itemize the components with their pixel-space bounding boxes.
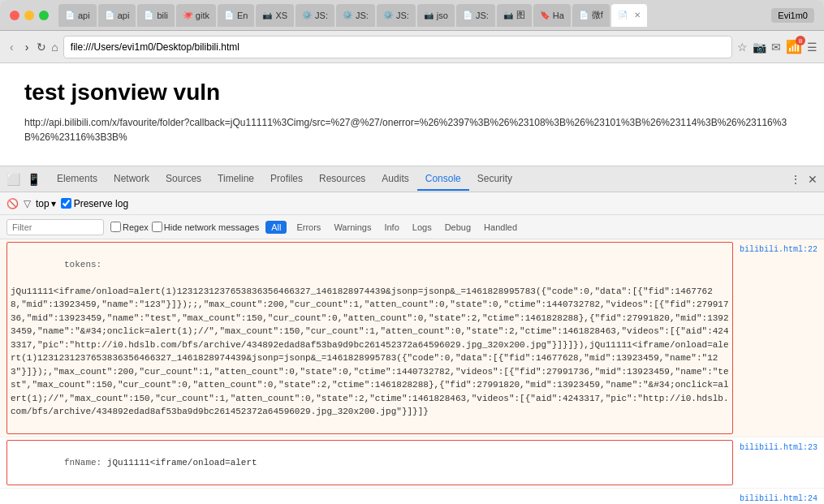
minimize-button[interactable] <box>24 11 34 20</box>
browser-tab-js2[interactable]: ⚙️JS: <box>336 4 375 27</box>
inspect-icon[interactable]: ⬜ <box>5 171 22 187</box>
menu-icon[interactable]: ☰ <box>807 41 818 54</box>
level-info-button[interactable]: Info <box>381 221 402 234</box>
level-warnings-button[interactable]: Warnings <box>330 221 374 234</box>
tokens-label: tokens: <box>64 260 101 269</box>
mobile-icon[interactable]: 📱 <box>25 171 42 187</box>
tabs-bar: 📄api 📄api 📄bili 🐙gitk 📄En 📷XS ⚙️JS: ⚙️JS… <box>58 4 771 27</box>
console-toolbar: 🚫 ▽ top ▾ Preserve log <box>0 192 824 215</box>
forward-button[interactable]: › <box>22 39 32 55</box>
browser-tab-jso[interactable]: 📷jso <box>417 4 455 27</box>
back-button[interactable]: ‹ <box>6 39 17 55</box>
preserve-log-text: Preserve log <box>74 198 128 209</box>
level-debug-button[interactable]: Debug <box>442 221 474 234</box>
rss-icon[interactable]: 📶 8 <box>786 39 802 54</box>
home-button[interactable]: ⌂ <box>51 41 58 54</box>
chevron-down-icon: ▾ <box>51 198 56 209</box>
browser-tab-js4[interactable]: 📄JS: <box>456 4 495 27</box>
console-context-dropdown[interactable]: top ▾ <box>36 198 56 209</box>
preserve-log-checkbox[interactable] <box>61 198 71 209</box>
console-entry-tokens-content: tokens: jQu11111<iframe/onload=alert(1)1… <box>6 242 733 434</box>
page-url: http://api.bilibili.com/x/favourite/fold… <box>24 115 800 144</box>
fnname-value: jQu11111<iframe/onload=alert <box>107 458 257 467</box>
mail-icon[interactable]: ✉ <box>771 41 781 54</box>
page-content: test jsonview vuln http://api.bilibili.c… <box>0 63 824 166</box>
browser-tab-js3[interactable]: ⚙️JS: <box>377 4 416 27</box>
browser-tab-img[interactable]: 📷图 <box>497 4 532 27</box>
maximize-button[interactable] <box>39 11 49 20</box>
regex-label: Regex <box>123 222 149 232</box>
devtools-tabs: ⬜ 📱 Elements Network Sources Timeline Pr… <box>0 166 824 192</box>
regex-checkbox[interactable] <box>110 222 121 232</box>
devtools-panel: ⬜ 📱 Elements Network Sources Timeline Pr… <box>0 166 824 504</box>
level-logs-button[interactable]: Logs <box>409 221 435 234</box>
browser-tab-en[interactable]: 📄En <box>218 4 254 27</box>
tab-profiles[interactable]: Profiles <box>262 168 311 191</box>
filter-options: Regex Hide network messages <box>110 222 259 232</box>
tab-security[interactable]: Security <box>469 168 520 191</box>
console-entry-tokens: tokens: jQu11111<iframe/onload=alert(1)1… <box>0 239 824 437</box>
console-clear-icon[interactable]: 🚫 <box>6 198 19 209</box>
traffic-lights <box>10 11 49 20</box>
browser-tab-api1[interactable]: 📄api <box>58 4 97 27</box>
console-entry-text: text : 1)1231231237653836356466327_14618… <box>0 489 824 505</box>
devtools-icons: ⬜ 📱 <box>5 171 42 187</box>
console-entry-fnname-source[interactable]: bilibili.html:23 <box>740 440 818 454</box>
tab-network[interactable]: Network <box>106 168 157 191</box>
tab-resources[interactable]: Resources <box>311 168 373 191</box>
tab-elements[interactable]: Elements <box>49 168 106 191</box>
hide-network-option[interactable]: Hide network messages <box>152 222 259 232</box>
console-context-label: top <box>36 198 50 209</box>
tokens-value: jQu11111<iframe/onload=alert(1)123123123… <box>11 286 729 417</box>
level-errors-button[interactable]: Errors <box>293 221 324 234</box>
browser-tab-weibo[interactable]: 📄微f <box>572 4 610 27</box>
address-icons: ☆ 📷 ✉ 📶 8 ☰ <box>737 39 818 54</box>
user-button[interactable]: Evi1m0 <box>771 8 814 23</box>
console-filter-icon[interactable]: ▽ <box>24 198 31 209</box>
rss-badge: 8 <box>796 36 805 45</box>
reload-button[interactable]: ↻ <box>37 41 46 54</box>
tab-console[interactable]: Console <box>417 168 469 191</box>
browser-tab-xs[interactable]: 📷XS <box>256 4 294 27</box>
bookmark-icon[interactable]: ☆ <box>737 41 748 54</box>
browser-tab-bili[interactable]: 📄bili <box>137 4 174 27</box>
browser-tab-js1[interactable]: ⚙️JS: <box>296 4 334 27</box>
hide-network-checkbox[interactable] <box>152 222 162 232</box>
address-bar: ‹ › ↻ ⌂ ☆ 📷 ✉ 📶 8 ☰ <box>0 31 824 63</box>
level-all-button[interactable]: All <box>265 221 287 234</box>
browser-tab-api2[interactable]: 📄api <box>98 4 136 27</box>
browser-tab-github[interactable]: 🐙gitk <box>176 4 216 27</box>
browser-tab-active[interactable]: 📄✕ <box>611 4 647 27</box>
fnname-label: fnName: <box>64 458 107 467</box>
browser-tab-ha[interactable]: 🔖Ha <box>533 4 571 27</box>
tab-sources[interactable]: Sources <box>157 168 209 191</box>
tab-audits[interactable]: Audits <box>373 168 416 191</box>
level-handled-button[interactable]: Handled <box>481 221 520 234</box>
title-bar: 📄api 📄api 📄bili 🐙gitk 📄En 📷XS ⚙️JS: ⚙️JS… <box>0 0 824 31</box>
devtools-more-icon[interactable]: ⋮ <box>788 171 803 187</box>
filter-input[interactable] <box>6 219 104 235</box>
browser-window: 📄api 📄api 📄bili 🐙gitk 📄En 📷XS ⚙️JS: ⚙️JS… <box>0 0 824 504</box>
regex-option[interactable]: Regex <box>110 222 149 232</box>
devtools-close-icon[interactable]: ✕ <box>806 171 819 187</box>
close-button[interactable] <box>10 11 19 20</box>
preserve-log-label[interactable]: Preserve log <box>61 198 128 209</box>
devtools-actions: ⋮ ✕ <box>788 171 819 187</box>
hide-network-label: Hide network messages <box>164 222 259 232</box>
console-entry-fnname-content: fnName: jQu11111<iframe/onload=alert <box>6 440 733 485</box>
console-entry-text-source[interactable]: bilibili.html:24 <box>740 491 818 505</box>
filter-bar: Regex Hide network messages All Errors W… <box>0 215 824 239</box>
console-entry-tokens-source[interactable]: bilibili.html:22 <box>740 242 818 256</box>
page-title: test jsonview vuln <box>24 80 800 106</box>
console-entry-text-content: text : 1)1231231237653836356466327_14618… <box>6 491 733 505</box>
console-output: tokens: jQu11111<iframe/onload=alert(1)1… <box>0 239 824 504</box>
url-input[interactable] <box>63 36 732 58</box>
tab-timeline[interactable]: Timeline <box>209 168 262 191</box>
console-entry-fnname: fnName: jQu11111<iframe/onload=alert bil… <box>0 437 824 489</box>
screenshot-icon[interactable]: 📷 <box>753 41 766 54</box>
